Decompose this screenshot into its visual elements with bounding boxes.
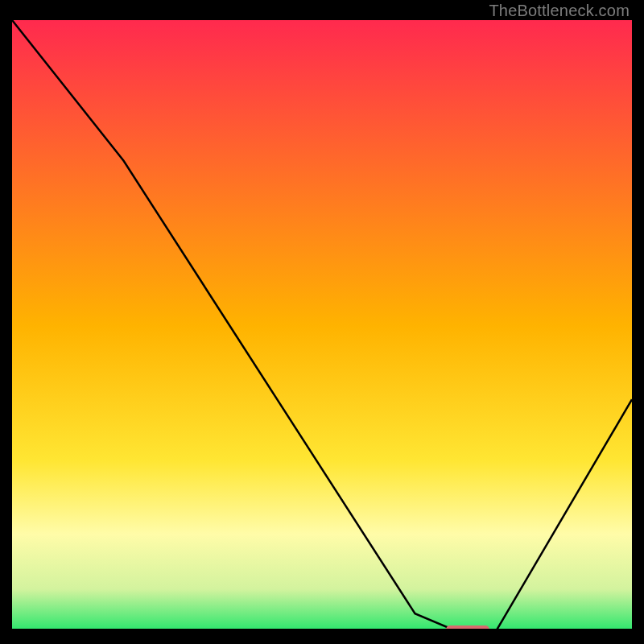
bottleneck-chart bbox=[12, 20, 632, 632]
axis-bottom bbox=[12, 629, 632, 632]
chart-background bbox=[12, 20, 632, 632]
watermark-text: TheBottleneck.com bbox=[489, 2, 630, 20]
chart-frame bbox=[12, 20, 632, 632]
